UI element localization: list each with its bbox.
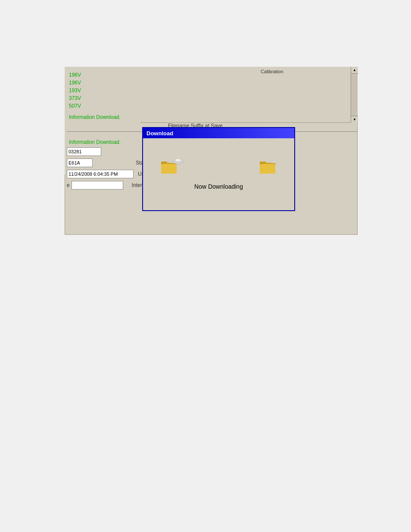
- dialog-title: Download: [146, 130, 173, 137]
- folder-left-group: [160, 159, 178, 174]
- dialog-body: Now Downloading: [143, 138, 294, 210]
- svg-rect-8: [260, 164, 275, 174]
- voltage-item-4: 373V: [69, 94, 136, 102]
- scrollbar-up-btn[interactable]: ▲: [351, 67, 358, 74]
- divider-left: [67, 131, 142, 132]
- folder-open-right-icon: [259, 159, 277, 174]
- field-e61a[interactable]: [67, 159, 93, 167]
- voltage-item-2: 196V: [69, 79, 136, 87]
- dialog-message: Now Downloading: [194, 183, 243, 190]
- e-label: e: [67, 182, 70, 188]
- svg-rect-2: [161, 164, 177, 174]
- flying-disc-icon: [172, 156, 184, 165]
- scrollbar-right[interactable]: ▲ ▼: [351, 67, 358, 123]
- field-empty[interactable]: [72, 181, 123, 190]
- dialog-titlebar: Download: [143, 128, 294, 138]
- calibration-label: Calibration: [261, 69, 283, 74]
- voltage-item-1: 196V: [69, 71, 136, 79]
- dialog-icons-row: [152, 159, 286, 174]
- info-download-2: Information Download.: [69, 138, 136, 146]
- scrollbar-down-btn[interactable]: ▼: [351, 116, 358, 123]
- download-dialog: Download: [142, 127, 295, 211]
- voltage-item-5: 507V: [69, 102, 136, 110]
- field-timestamp[interactable]: [67, 170, 134, 178]
- voltage-item-3: 193V: [69, 87, 136, 94]
- info-download-1: Information Download.: [69, 113, 136, 121]
- svg-point-5: [176, 159, 178, 160]
- right-panel-top: Calibration ▲ ▼: [140, 67, 358, 123]
- field-03281[interactable]: [67, 147, 101, 156]
